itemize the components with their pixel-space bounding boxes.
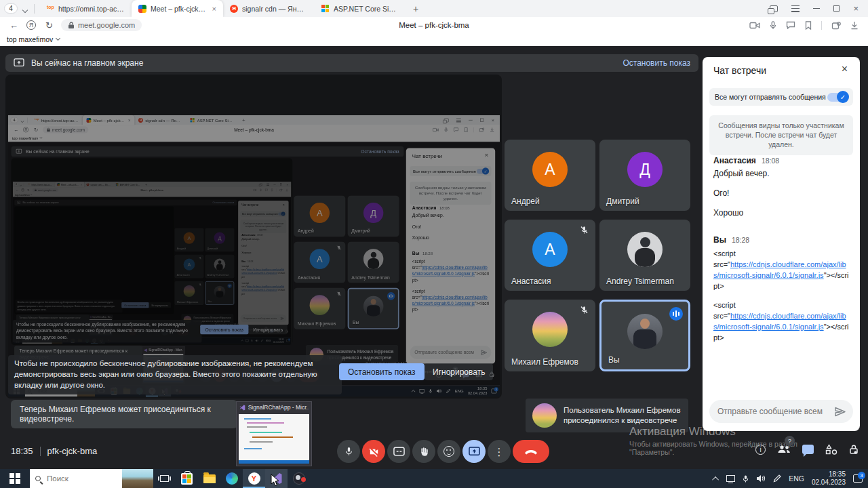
url-field[interactable]: meet.google.com xyxy=(43,126,89,133)
search-input[interactable] xyxy=(45,474,106,483)
participant-tile[interactable]: Andrey Tsimerman xyxy=(348,242,399,283)
mic-button[interactable] xyxy=(337,440,360,463)
tab-aspnet-signalr[interactable]: ASP.NET Core SignalR Jav xyxy=(315,0,406,17)
volume-icon[interactable] xyxy=(437,388,442,393)
camera-permission-icon[interactable] xyxy=(253,188,256,191)
participant-tile[interactable]: Д Дмитрий xyxy=(599,140,690,211)
display-icon[interactable] xyxy=(420,389,425,393)
new-tab-button[interactable]: + xyxy=(242,117,245,123)
tab-top-academy[interactable]: top https://omni.top-academy xyxy=(26,182,55,187)
mic-permission-icon[interactable] xyxy=(770,21,776,30)
microsoft-store-button[interactable] xyxy=(176,469,198,488)
tab-meet[interactable]: Meet – pfk-cjck-bma × xyxy=(83,115,134,125)
activities-icon[interactable] xyxy=(825,444,837,455)
yandex-home-button[interactable]: Я xyxy=(23,127,28,132)
tab-meet[interactable]: Meet – pfk-cjck-bma × xyxy=(55,182,84,187)
stop-presenting-link[interactable]: Остановить показ xyxy=(212,201,234,205)
taskbar-search[interactable] xyxy=(30,469,153,488)
reload-button[interactable]: ↻ xyxy=(34,127,38,133)
minimize-button[interactable] xyxy=(469,120,473,121)
clock[interactable]: 18:35 02.04.2023 xyxy=(468,386,487,396)
more-options-button[interactable]: ⋮ xyxy=(488,440,511,463)
stop-presenting-link[interactable]: Остановить показ xyxy=(623,58,690,68)
profile-menu[interactable]: top maxefimov xyxy=(12,136,42,140)
mic-permission-icon[interactable] xyxy=(444,127,448,132)
tray-mic-icon[interactable] xyxy=(743,474,749,483)
participant-tile-you[interactable]: Вы xyxy=(348,288,399,329)
participants-icon[interactable] xyxy=(777,445,791,454)
task-view-button[interactable] xyxy=(153,469,176,488)
pen-icon[interactable] xyxy=(446,388,451,393)
tab-counter[interactable]: 4 xyxy=(4,3,18,14)
tab-close-icon[interactable]: × xyxy=(212,5,216,13)
tray-expand-icon[interactable] xyxy=(412,390,416,394)
reactions-button[interactable] xyxy=(437,440,460,463)
action-center-icon[interactable]: 3 xyxy=(853,474,863,483)
chat-input[interactable] xyxy=(716,406,834,417)
participant-tile-you[interactable]: Вы xyxy=(205,281,234,305)
tab-close-icon[interactable]: × xyxy=(81,183,82,186)
back-button[interactable]: ← xyxy=(14,127,18,133)
send-icon[interactable] xyxy=(834,407,846,417)
language-indicator[interactable]: ENG xyxy=(266,340,271,342)
tab-signalr-cdn[interactable]: Я signalr cdn — Яндекс: наш xyxy=(223,0,315,17)
participant-tile[interactable]: Михаил Ефремов xyxy=(294,288,345,329)
browser-menu-icon[interactable] xyxy=(267,183,269,185)
tab-list-chevron-icon[interactable] xyxy=(21,117,23,123)
profile-menu[interactable]: top maxefimov xyxy=(7,35,60,43)
stop-presenting-button[interactable]: Остановить показ xyxy=(121,302,149,308)
yandex-browser-button[interactable]: Y xyxy=(243,469,265,488)
url-field[interactable]: meet.google.com xyxy=(33,188,58,192)
downloads-icon[interactable] xyxy=(850,21,859,30)
bookmark-icon[interactable] xyxy=(464,127,468,132)
comment-icon[interactable] xyxy=(265,188,268,191)
tab-aspnet-signalr[interactable]: ASP.NET Core SignalR Jav xyxy=(186,115,238,125)
chat-icon-active[interactable] xyxy=(802,445,814,454)
camera-permission-icon[interactable] xyxy=(749,22,760,29)
url-field[interactable]: meet.google.com xyxy=(61,19,142,31)
host-controls-icon[interactable] xyxy=(849,444,859,455)
participant-tile[interactable]: Д Дмитрий xyxy=(348,196,399,237)
obs-button[interactable] xyxy=(288,469,310,488)
close-chat-button[interactable]: × xyxy=(281,203,286,207)
participant-tile[interactable]: А Анастасия xyxy=(505,220,595,291)
action-center-icon[interactable]: 3 xyxy=(492,388,497,393)
reload-button[interactable]: ↻ xyxy=(27,188,29,192)
camera-off-button[interactable] xyxy=(362,440,385,463)
downloads-icon[interactable] xyxy=(285,188,288,191)
tab-counter[interactable]: 4 xyxy=(14,183,18,186)
tabs-panel-icon[interactable] xyxy=(260,183,262,185)
stop-presenting-link[interactable]: Остановить показ xyxy=(361,149,399,155)
send-icon[interactable] xyxy=(481,350,488,356)
tab-signalr-cdn[interactable]: Я signalr cdn — Яндекс: наш xyxy=(134,115,186,125)
browser-menu-icon[interactable] xyxy=(791,5,800,12)
chat-permission-toggle[interactable]: ✓ xyxy=(477,169,488,174)
reload-button[interactable]: ↻ xyxy=(45,20,53,30)
end-call-button[interactable] xyxy=(513,440,549,463)
raise-hand-button[interactable] xyxy=(412,440,435,463)
participant-tile[interactable]: А Андрей xyxy=(174,228,203,251)
minimize-button[interactable] xyxy=(813,8,820,9)
file-explorer-button[interactable] xyxy=(198,469,220,488)
tray-expand-icon[interactable] xyxy=(712,476,719,483)
tab-list-chevron-icon[interactable] xyxy=(23,3,27,15)
profile-menu[interactable]: top maxefimov xyxy=(15,193,32,196)
bookmark-icon[interactable] xyxy=(271,188,273,191)
close-chat-button[interactable]: × xyxy=(482,151,490,159)
start-button[interactable] xyxy=(0,469,30,488)
language-indicator[interactable]: ENG xyxy=(789,474,804,483)
participant-tile[interactable]: Михаил Ефремов xyxy=(505,300,595,371)
tab-counter[interactable]: 4 xyxy=(10,117,18,123)
participant-tile[interactable]: Д Дмитрий xyxy=(205,228,234,251)
tray-mic-icon[interactable] xyxy=(429,388,432,393)
close-window-button[interactable]: × xyxy=(287,183,288,186)
restore-button[interactable] xyxy=(833,5,840,12)
browser-menu-icon[interactable] xyxy=(456,118,461,122)
tray-mic-icon[interactable] xyxy=(251,339,253,342)
tab-meet[interactable]: Meet – pfk-cjck-bma × xyxy=(132,0,223,17)
pen-icon[interactable] xyxy=(261,340,264,342)
pen-icon[interactable] xyxy=(773,474,781,483)
chat-input[interactable] xyxy=(243,317,281,320)
new-tab-button[interactable]: + xyxy=(413,3,418,14)
language-indicator[interactable]: ENG xyxy=(455,388,464,393)
